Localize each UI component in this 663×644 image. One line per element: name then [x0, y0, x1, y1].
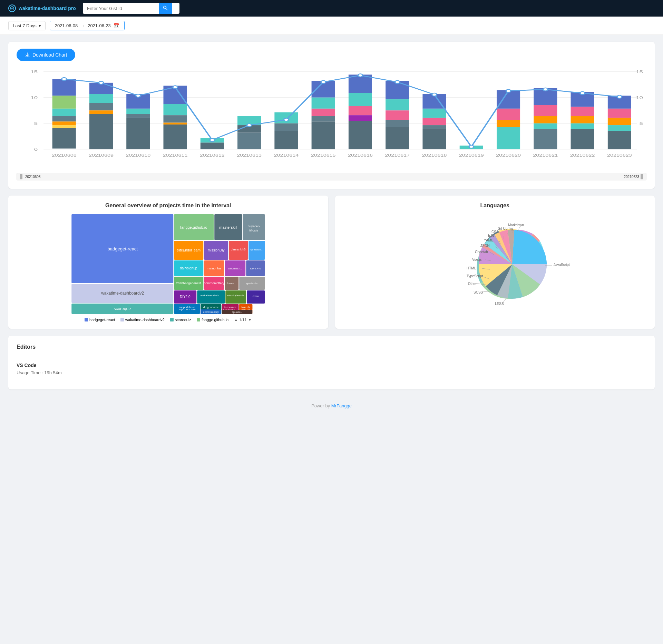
projects-title: General overview of projects time in the… — [17, 202, 320, 209]
svg-rect-72 — [534, 123, 557, 129]
svg-rect-76 — [571, 116, 594, 123]
legend-label: scorequiz — [175, 318, 191, 322]
svg-point-91 — [321, 80, 326, 83]
editors-title: Editors — [17, 344, 646, 350]
date-range-picker[interactable]: 2021-06-08 → 2021-06-23 📅 — [50, 21, 125, 30]
svg-rect-65 — [497, 90, 520, 109]
svg-rect-82 — [608, 125, 631, 131]
svg-text:Cheetah: Cheetah — [475, 250, 488, 254]
svg-text:scorequiz: scorequiz — [114, 306, 131, 311]
svg-rect-48 — [312, 121, 335, 149]
legend-dot — [170, 318, 174, 321]
svg-rect-42 — [274, 123, 298, 131]
svg-text:20210618: 20210618 — [422, 153, 447, 157]
svg-text:20210608: 20210608 — [52, 153, 77, 157]
svg-text:JavaScript: JavaScript — [554, 263, 570, 267]
svg-rect-68 — [497, 127, 520, 149]
svg-text:cfmrankhS: cfmrankhS — [231, 248, 246, 251]
svg-rect-70 — [534, 105, 557, 116]
footer-text: Power by — [311, 403, 331, 408]
svg-rect-80 — [608, 109, 631, 118]
download-chart-button[interactable]: Download Chart — [17, 49, 75, 61]
svg-rect-57 — [386, 120, 409, 127]
legend-dot — [197, 318, 200, 321]
svg-point-84 — [62, 78, 67, 81]
slider-left-label: 20210608 — [25, 175, 41, 179]
slider-right-label: 20210623 — [624, 175, 640, 179]
svg-text:15: 15 — [636, 69, 643, 74]
chart-slider[interactable]: 20210608 20210623 — [17, 173, 646, 180]
treemap-legend: badgeget-react wakatime-dashboardv2 scor… — [17, 318, 320, 322]
legend-label: fangge.github.io — [202, 318, 228, 322]
bar-chart-svg: 15 10 5 0 15 10 5 — [20, 68, 643, 171]
svg-point-95 — [469, 145, 474, 148]
svg-line-197 — [502, 299, 506, 304]
svg-rect-77 — [571, 123, 594, 129]
svg-rect-75 — [571, 107, 594, 116]
svg-rect-49 — [349, 75, 372, 93]
svg-point-89 — [247, 124, 252, 127]
svg-text:supportshare: supportshare — [179, 306, 195, 309]
svg-point-87 — [173, 86, 178, 89]
pagination-next-icon[interactable]: ▼ — [248, 318, 252, 322]
legend-item-badgeget: badgeget-react — [85, 318, 115, 322]
svg-rect-37 — [201, 142, 224, 149]
search-button[interactable] — [159, 3, 172, 14]
treemap-svg: badgeget-react wakatime-dashboardv2 scor… — [17, 214, 320, 314]
svg-text:Other: Other — [468, 282, 477, 286]
svg-rect-45 — [312, 98, 335, 109]
treemap: badgeget-react wakatime-dashboardv2 scor… — [17, 214, 320, 314]
date-preset-btn[interactable]: Last 7 Days ▾ — [8, 21, 46, 30]
languages-title: Languages — [343, 202, 647, 209]
svg-text:huyacer-: huyacer- — [248, 225, 260, 228]
svg-rect-63 — [422, 129, 446, 149]
pagination-text: 1/11 — [239, 318, 246, 322]
svg-point-86 — [136, 94, 140, 97]
svg-point-99 — [617, 95, 622, 98]
svg-point-88 — [210, 139, 215, 142]
pie-chart-svg: JavaScript LESS SCSS Other TypeScript HT… — [416, 216, 574, 313]
svg-text:Icom.Pro: Icom.Pro — [250, 267, 261, 270]
svg-rect-43 — [274, 131, 298, 149]
slider-handle-right[interactable] — [641, 174, 643, 179]
svg-text:wakadash...: wakadash... — [227, 267, 243, 270]
svg-text:missionDiy: missionDiy — [208, 248, 224, 252]
svg-point-94 — [432, 93, 437, 96]
svg-text:20210620: 20210620 — [496, 153, 521, 157]
svg-rect-55 — [386, 99, 409, 110]
date-bar: Last 7 Days ▾ 2021-06-08 → 2021-06-23 📅 — [0, 17, 663, 35]
calendar-icon[interactable]: 📅 — [114, 23, 119, 28]
gist-id-input[interactable] — [83, 4, 159, 13]
svg-point-98 — [580, 92, 585, 95]
svg-text:0: 0 — [34, 147, 38, 151]
svg-rect-78 — [571, 129, 594, 149]
svg-rect-24 — [89, 103, 113, 110]
svg-rect-66 — [497, 109, 520, 120]
svg-point-85 — [99, 81, 104, 85]
svg-text:clpou: clpou — [253, 295, 259, 298]
svg-text:dailysignup: dailysignup — [180, 266, 197, 270]
svg-text:2020badgebenefit: 2020badgebenefit — [176, 281, 201, 285]
svg-text:fangge.github.io: fangge.github.io — [180, 225, 207, 229]
slider-handle-left[interactable] — [20, 174, 22, 179]
svg-text:LESS: LESS — [495, 302, 504, 306]
svg-text:eliteEndorTeam: eliteEndorTeam — [177, 248, 201, 252]
svg-text:Git Config: Git Config — [498, 227, 513, 230]
svg-rect-51 — [349, 106, 372, 115]
svg-rect-61 — [422, 118, 446, 125]
svg-text:20210622: 20210622 — [570, 153, 595, 157]
pagination-prev-icon[interactable]: ▲ — [234, 318, 238, 322]
svg-rect-52 — [349, 115, 372, 121]
svg-rect-17 — [52, 109, 76, 116]
download-chart-label: Download Chart — [32, 52, 67, 58]
svg-rect-157 — [225, 290, 246, 304]
svg-rect-83 — [608, 131, 631, 149]
projects-card: General overview of projects time in the… — [8, 196, 328, 329]
footer-link[interactable]: MrFangge — [331, 403, 352, 408]
bar-chart: 15 10 5 0 15 10 5 — [20, 68, 643, 171]
logo[interactable]: wakatime-dashboard pro — [8, 4, 76, 12]
svg-rect-40 — [237, 133, 261, 149]
footer: Power by MrFangge — [8, 396, 655, 415]
logo-text: wakatime-dashboard pro — [19, 6, 76, 11]
svg-rect-29 — [126, 114, 150, 118]
